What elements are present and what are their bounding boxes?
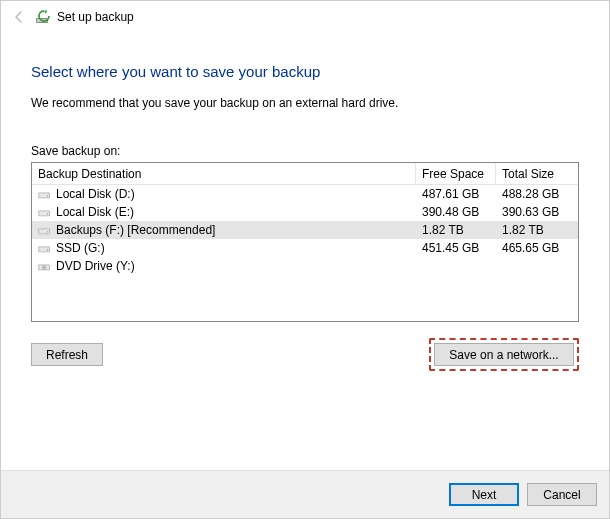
drive-name: Local Disk (D:) <box>56 187 135 201</box>
destination-list: Backup Destination Free Space Total Size… <box>31 162 579 322</box>
page-heading: Select where you want to save your backu… <box>31 63 579 80</box>
free-space: 451.45 GB <box>416 241 496 255</box>
table-row[interactable]: DVD Drive (Y:) <box>32 257 578 275</box>
recommend-text: We recommend that you save your backup o… <box>31 96 579 110</box>
save-on-label: Save backup on: <box>31 144 579 158</box>
svg-point-7 <box>47 213 48 214</box>
hdd-icon <box>38 207 52 217</box>
button-row: Refresh Save on a network... <box>31 338 579 371</box>
cancel-button[interactable]: Cancel <box>527 483 597 506</box>
drive-name: DVD Drive (Y:) <box>56 259 135 273</box>
dvd-drive-icon <box>38 261 52 271</box>
hdd-icon <box>38 189 52 199</box>
refresh-button[interactable]: Refresh <box>31 343 103 366</box>
list-header: Backup Destination Free Space Total Size <box>32 163 578 185</box>
col-header-total[interactable]: Total Size <box>496 163 578 184</box>
next-button[interactable]: Next <box>449 483 519 506</box>
drive-name: SSD (G:) <box>56 241 105 255</box>
svg-point-10 <box>47 231 48 232</box>
titlebar: Set up backup <box>1 1 609 33</box>
total-size: 1.82 TB <box>496 223 578 237</box>
table-row[interactable]: Local Disk (D:)487.61 GB488.28 GB <box>32 185 578 203</box>
free-space: 390.48 GB <box>416 205 496 219</box>
free-space: 1.82 TB <box>416 223 496 237</box>
free-space: 487.61 GB <box>416 187 496 201</box>
drive-name: Backups (F:) [Recommended] <box>56 223 215 237</box>
total-size: 390.63 GB <box>496 205 578 219</box>
svg-point-4 <box>47 195 48 196</box>
table-row[interactable]: Local Disk (E:)390.48 GB390.63 GB <box>32 203 578 221</box>
col-header-destination[interactable]: Backup Destination <box>32 163 416 184</box>
footer: Next Cancel <box>1 470 609 518</box>
hdd-icon <box>38 243 52 253</box>
back-button[interactable] <box>9 7 29 27</box>
col-header-free[interactable]: Free Space <box>416 163 496 184</box>
svg-point-17 <box>44 267 45 268</box>
table-row[interactable]: SSD (G:)451.45 GB465.65 GB <box>32 239 578 257</box>
table-row[interactable]: Backups (F:) [Recommended]1.82 TB1.82 TB <box>32 221 578 239</box>
total-size: 488.28 GB <box>496 187 578 201</box>
svg-point-13 <box>47 249 48 250</box>
window-title: Set up backup <box>57 10 134 24</box>
total-size: 465.65 GB <box>496 241 578 255</box>
drive-name: Local Disk (E:) <box>56 205 134 219</box>
highlight-annotation: Save on a network... <box>429 338 579 371</box>
backup-wizard-window: Set up backup Select where you want to s… <box>0 0 610 519</box>
save-on-network-button[interactable]: Save on a network... <box>434 343 574 366</box>
content-area: Select where you want to save your backu… <box>1 33 609 470</box>
hdd-icon <box>38 225 52 235</box>
backup-icon <box>35 9 51 25</box>
